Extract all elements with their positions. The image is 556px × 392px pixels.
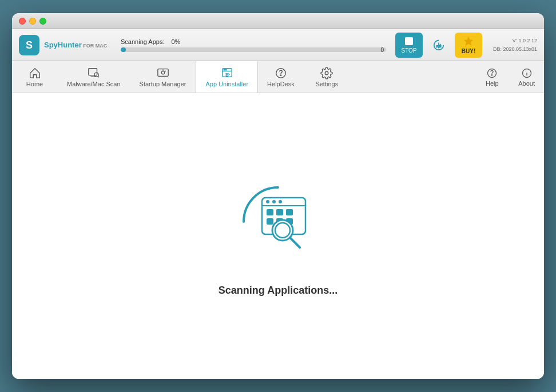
svg-rect-34	[286, 209, 293, 215]
nav-app-uninstaller[interactable]: App Uninstaller	[196, 61, 258, 93]
version-info: V: 1.0.2.12 DB: 2020.05.13x01	[486, 37, 537, 53]
home-icon	[29, 67, 41, 79]
navbar: Home Malware/Mac Scan Startup Manager	[12, 61, 544, 93]
download-icon	[432, 39, 445, 51]
nav-spacer	[350, 61, 475, 93]
toolbar-actions: STOP BUY! V: 1.0.2.12	[395, 33, 537, 58]
logo-text: SpyHunter FOR MAC	[44, 41, 107, 49]
scan-icon-wrapper	[232, 176, 324, 267]
svg-point-21	[325, 71, 329, 75]
progress-bar: 0	[121, 47, 386, 52]
nav-help[interactable]: Help	[475, 61, 509, 93]
fullscreen-button[interactable]	[39, 18, 46, 25]
about-icon	[521, 67, 533, 79]
svg-point-20	[280, 74, 281, 75]
nav-helpdesk[interactable]: HelpDesk	[258, 61, 304, 93]
svg-text:S: S	[26, 39, 33, 51]
titlebar	[12, 13, 544, 29]
svg-point-17	[226, 74, 228, 76]
svg-point-23	[492, 74, 493, 75]
scan-visual	[232, 176, 324, 267]
nav-settings[interactable]: Settings	[304, 61, 350, 93]
nav-about[interactable]: About	[509, 61, 544, 93]
app-uninstaller-icon	[221, 67, 233, 79]
malware-scan-icon	[88, 67, 100, 79]
svg-point-6	[94, 73, 98, 77]
progress-count: 0	[380, 47, 384, 52]
nav-home[interactable]: Home	[12, 61, 58, 93]
minimize-button[interactable]	[29, 18, 36, 25]
svg-line-11	[164, 70, 165, 71]
svg-rect-32	[267, 209, 273, 215]
main-content: Scanning Applications...	[12, 93, 544, 379]
close-button[interactable]	[19, 18, 26, 25]
svg-point-29	[266, 200, 269, 203]
svg-marker-4	[464, 37, 473, 46]
nav-startup-manager[interactable]: Startup Manager	[130, 61, 196, 93]
help-icon	[486, 67, 498, 79]
svg-point-14	[224, 69, 225, 70]
toolbar: S SpyHunter FOR MAC Scanning Apps: 0% 0 …	[12, 29, 544, 61]
logo-area: S SpyHunter FOR MAC	[19, 35, 116, 55]
scan-label: Scanning Apps: 0%	[121, 38, 386, 45]
svg-point-31	[279, 200, 282, 203]
scan-info: Scanning Apps: 0% 0	[121, 38, 386, 52]
svg-line-7	[98, 76, 99, 77]
svg-line-40	[290, 238, 300, 247]
progress-bar-fill	[121, 47, 126, 52]
startup-icon	[157, 67, 169, 79]
scan-status-text: Scanning Applications...	[219, 285, 337, 297]
update-button[interactable]	[426, 33, 451, 58]
svg-rect-5	[89, 68, 97, 75]
svg-rect-2	[405, 37, 413, 45]
traffic-lights	[19, 18, 46, 25]
helpdesk-icon	[275, 67, 287, 79]
svg-point-15	[225, 69, 227, 70]
svg-rect-33	[276, 209, 283, 215]
logo-icon: S	[19, 35, 39, 55]
buy-button[interactable]: BUY!	[455, 33, 482, 58]
main-window: S SpyHunter FOR MAC Scanning Apps: 0% 0 …	[12, 13, 544, 379]
star-icon	[463, 35, 474, 47]
stop-icon	[404, 36, 414, 46]
svg-line-18	[229, 73, 230, 74]
stop-button[interactable]: STOP	[395, 33, 423, 58]
scan-animation: Scanning Applications...	[219, 176, 337, 297]
nav-malware-scan[interactable]: Malware/Mac Scan	[58, 61, 130, 93]
svg-rect-35	[267, 218, 273, 225]
svg-point-9	[161, 71, 165, 74]
svg-point-30	[272, 200, 276, 203]
settings-icon	[320, 67, 333, 79]
